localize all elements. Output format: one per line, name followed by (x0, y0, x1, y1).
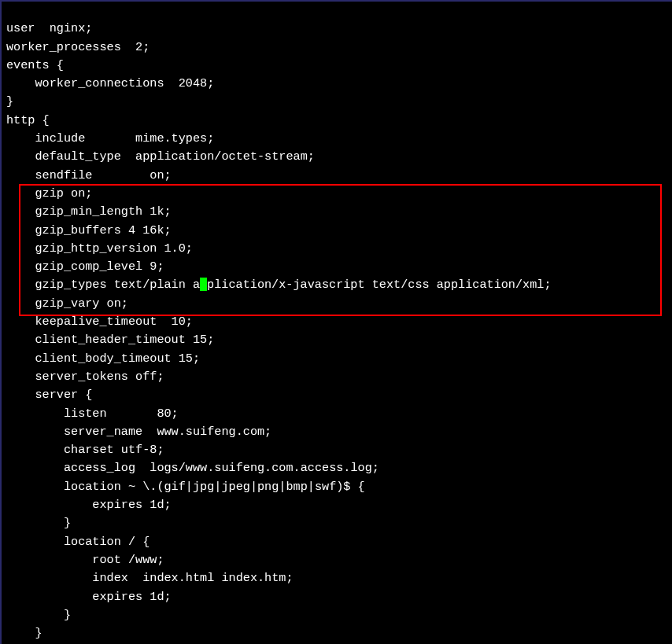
terminal-cursor (200, 278, 207, 291)
config-line: worker_connections 2048; (6, 76, 214, 90)
config-line: gzip_http_version 1.0; (6, 241, 193, 256)
config-line: server { (6, 388, 92, 402)
config-line: worker_processes 2; (6, 40, 150, 54)
config-line: listen 80; (6, 407, 179, 421)
text-before-cursor: gzip_types text/plain a (6, 278, 200, 292)
config-line: gzip_vary on; (6, 296, 128, 311)
terminal-window[interactable]: user nginx; worker_processes 2; events {… (0, 0, 672, 644)
config-line: expires 1d; (6, 498, 172, 512)
config-line: gzip on; (6, 186, 92, 201)
config-line: user nginx; (6, 21, 92, 35)
config-line: } (6, 516, 71, 530)
config-line: } (6, 608, 71, 622)
config-line: events { (6, 58, 64, 72)
config-line: server_name www.suifeng.com; (6, 425, 271, 439)
config-line: index index.html index.htm; (6, 571, 294, 585)
config-line: access_log logs/www.suifeng.com.access.l… (6, 461, 379, 475)
config-line: client_header_timeout 15; (6, 333, 214, 347)
config-line: location / { (6, 535, 150, 549)
config-line: include mime.types; (6, 131, 214, 145)
config-line-cursor: gzip_types text/plain aplication/x-javas… (6, 278, 552, 292)
config-line: location ~ \.(gif|jpg|jpeg|png|bmp|swf)$… (6, 480, 365, 494)
config-line: default_type application/octet-stream; (6, 149, 315, 164)
config-line: client_body_timeout 15; (6, 351, 200, 366)
config-line: gzip_buffers 4 16k; (6, 223, 172, 237)
text-after-cursor: plication/x-javascript text/css applicat… (207, 278, 551, 292)
config-line: keepalive_timeout 10; (6, 315, 193, 329)
config-line: gzip_comp_level 9; (6, 259, 164, 274)
config-line: http { (6, 113, 50, 127)
config-line: charset utf-8; (6, 443, 164, 457)
config-line: } (6, 626, 42, 640)
config-line: sendfile on; (6, 168, 172, 182)
config-line: server_tokens off; (6, 370, 164, 384)
config-line: gzip_min_length 1k; (6, 204, 172, 219)
config-line: } (6, 94, 13, 109)
config-line: root /www; (6, 553, 164, 567)
config-line: expires 1d; (6, 590, 172, 604)
